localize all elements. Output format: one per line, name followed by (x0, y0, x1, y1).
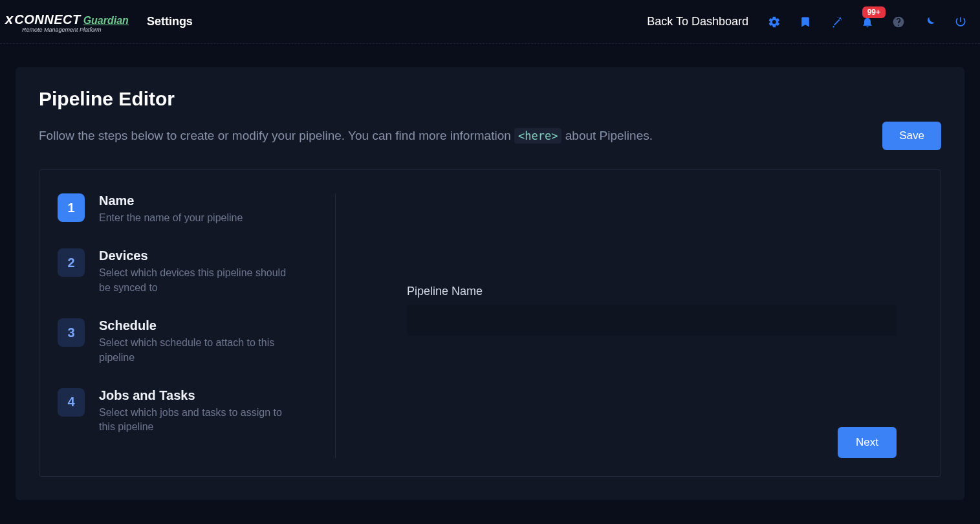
step-title: Name (99, 193, 243, 208)
step-title: Jobs and Tasks (99, 388, 293, 403)
step-desc: Enter the name of your pipeline (99, 211, 243, 225)
bookmark-icon[interactable] (799, 16, 812, 28)
moon-icon[interactable] (923, 16, 936, 28)
step-jobs-tasks[interactable]: 4 Jobs and Tasks Select which jobs and t… (58, 388, 322, 435)
step-number: 1 (58, 193, 85, 222)
step-desc: Select which devices this pipeline shoul… (99, 266, 293, 295)
page-section-title: Settings (147, 15, 193, 28)
step-title: Devices (99, 248, 293, 263)
pipeline-name-label: Pipeline Name (407, 285, 897, 298)
step-desc: Select which schedule to attach to this … (99, 336, 293, 365)
help-icon[interactable] (892, 16, 905, 28)
step-schedule[interactable]: 3 Schedule Select which schedule to atta… (58, 318, 322, 365)
step-name[interactable]: 1 Name Enter the name of your pipeline (58, 193, 322, 225)
logo-x: x (5, 11, 13, 28)
save-button[interactable]: Save (882, 122, 941, 150)
app-header: x CONNECT Guardian Remote Management Pla… (0, 0, 980, 44)
step-devices[interactable]: 2 Devices Select which devices this pipe… (58, 248, 322, 295)
step-desc: Select which jobs and tasks to assign to… (99, 406, 293, 435)
form-column: Pipeline Name Next (336, 193, 922, 458)
logo[interactable]: x CONNECT Guardian Remote Management Pla… (5, 11, 129, 33)
wand-icon[interactable] (830, 16, 843, 28)
subtitle-post: about Pipelines. (565, 129, 653, 142)
step-number: 3 (58, 318, 85, 347)
step-number: 2 (58, 248, 85, 277)
header-icon-bar: 99+ (768, 16, 967, 28)
pipeline-editor-card: Pipeline Editor Follow the steps below t… (16, 67, 964, 500)
wizard-panel: 1 Name Enter the name of your pipeline 2… (39, 169, 941, 477)
steps-column: 1 Name Enter the name of your pipeline 2… (58, 193, 336, 458)
gear-icon[interactable] (768, 16, 781, 28)
logo-connect: CONNECT (14, 12, 80, 27)
logo-guardian: Guardian (83, 15, 129, 27)
step-number: 4 (58, 388, 85, 417)
power-icon[interactable] (954, 16, 967, 28)
here-link[interactable]: <here> (514, 128, 561, 144)
notification-badge: 99+ (862, 6, 886, 18)
pipeline-name-input[interactable] (407, 305, 897, 336)
back-to-dashboard-link[interactable]: Back To Dashboard (647, 15, 748, 28)
page-subtitle: Follow the steps below to create or modi… (39, 127, 653, 146)
subtitle-pre: Follow the steps below to create or modi… (39, 129, 514, 142)
step-title: Schedule (99, 318, 293, 333)
bell-icon[interactable]: 99+ (861, 16, 874, 28)
next-button[interactable]: Next (838, 427, 897, 458)
page-title: Pipeline Editor (39, 88, 941, 110)
logo-subtitle: Remote Management Platform (22, 27, 102, 33)
